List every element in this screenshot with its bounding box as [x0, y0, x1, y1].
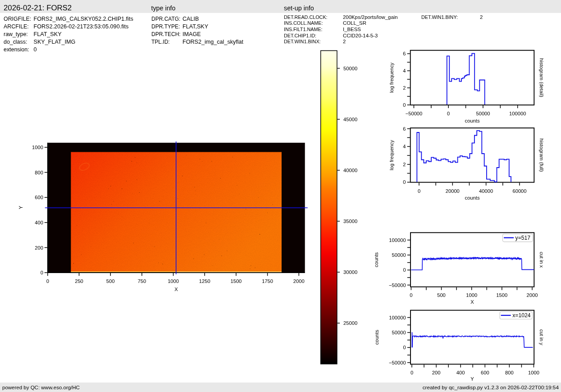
svg-text:FLAT_SKY: FLAT_SKY: [34, 31, 62, 37]
svg-text:CALIB: CALIB: [182, 16, 199, 22]
svg-text:DPR.TECH:: DPR.TECH:: [151, 31, 181, 37]
svg-text:y=517: y=517: [515, 235, 531, 241]
svg-text:INS.FILT1.NAME:: INS.FILT1.NAME:: [284, 27, 323, 32]
svg-text:1000: 1000: [168, 278, 179, 284]
svg-text:600: 600: [35, 195, 43, 200]
svg-text:DET.READ.CLOCK:: DET.READ.CLOCK:: [284, 14, 328, 20]
svg-text:50000: 50000: [476, 111, 490, 116]
svg-text:500: 500: [106, 278, 115, 284]
svg-text:50000: 50000: [343, 66, 357, 71]
svg-text:1500: 1500: [230, 278, 242, 284]
svg-text:750: 750: [138, 278, 146, 284]
svg-text:500: 500: [437, 292, 446, 298]
svg-text:COLL_SR: COLL_SR: [343, 20, 366, 26]
svg-text:DET.WIN1.BINX:: DET.WIN1.BINX:: [284, 39, 321, 44]
svg-text:4: 4: [403, 144, 406, 149]
svg-text:type info: type info: [151, 5, 176, 12]
svg-text:600: 600: [481, 370, 489, 375]
svg-text:200Kps/2ports/low_gain: 200Kps/2ports/low_gain: [343, 14, 398, 20]
svg-text:0: 0: [403, 345, 406, 350]
svg-text:1000: 1000: [528, 370, 539, 375]
svg-text:1000: 1000: [466, 292, 477, 298]
svg-text:TPL.ID:: TPL.ID:: [151, 39, 170, 45]
svg-text:created by qc_rawdisp.py v1.2.: created by qc_rawdisp.py v1.2.3 on 2026-…: [423, 384, 559, 391]
svg-text:20000: 20000: [446, 188, 460, 194]
svg-text:log frequency: log frequency: [389, 140, 395, 170]
svg-text:histogram (full): histogram (full): [539, 138, 544, 172]
svg-text:200: 200: [35, 245, 43, 251]
svg-text:counts: counts: [465, 195, 480, 201]
svg-text:set-up info: set-up info: [284, 5, 314, 12]
svg-text:100000: 100000: [389, 237, 406, 243]
svg-text:Y: Y: [18, 205, 23, 209]
svg-text:X: X: [174, 287, 178, 292]
svg-text:2000: 2000: [527, 292, 538, 298]
svg-text:I_BESS: I_BESS: [343, 27, 361, 32]
svg-text:raw_type:: raw_type:: [4, 31, 28, 37]
svg-text:DPR.CATG:: DPR.CATG:: [151, 16, 180, 22]
svg-text:DET.WIN1.BINY:: DET.WIN1.BINY:: [421, 14, 458, 20]
svg-text:CCID20-14-5-3: CCID20-14-5-3: [343, 33, 378, 38]
svg-text:40000: 40000: [343, 168, 357, 173]
svg-text:250: 250: [75, 278, 83, 284]
svg-text:FORS2_IMG_CALSKY052.2.CHIP1.fi: FORS2_IMG_CALSKY052.2.CHIP1.fits: [34, 16, 133, 22]
svg-text:400: 400: [35, 220, 43, 225]
svg-text:0: 0: [410, 370, 413, 375]
svg-text:−50000: −50000: [389, 283, 406, 288]
svg-text:800: 800: [35, 170, 43, 175]
svg-text:DET.CHIP1.ID:: DET.CHIP1.ID:: [284, 33, 316, 38]
svg-text:INS.COLL.NAME:: INS.COLL.NAME:: [284, 20, 323, 26]
svg-text:−50000: −50000: [406, 111, 423, 116]
svg-text:2000: 2000: [293, 278, 305, 284]
svg-text:100000: 100000: [389, 315, 406, 320]
svg-text:50000: 50000: [392, 330, 406, 335]
svg-text:2: 2: [403, 85, 406, 91]
svg-text:0: 0: [418, 188, 420, 194]
svg-text:1500: 1500: [496, 292, 507, 298]
svg-text:FORS2_img_cal_skyflat: FORS2_img_cal_skyflat: [182, 39, 244, 45]
svg-text:2: 2: [343, 39, 346, 44]
svg-text:1250: 1250: [199, 278, 210, 284]
svg-text:cut in x: cut in x: [539, 252, 544, 268]
svg-text:25000: 25000: [343, 320, 357, 326]
svg-text:40000: 40000: [479, 188, 493, 194]
svg-text:0: 0: [46, 278, 49, 284]
svg-text:2026-02-21: FORS2: 2026-02-21: FORS2: [4, 4, 72, 12]
svg-text:4: 4: [403, 68, 406, 73]
svg-text:0: 0: [403, 102, 406, 108]
svg-text:SKY_FLAT_IMG: SKY_FLAT_IMG: [34, 39, 76, 45]
svg-text:extension:: extension:: [4, 46, 29, 53]
svg-text:0: 0: [41, 270, 43, 275]
svg-text:50000: 50000: [392, 252, 406, 258]
svg-text:DPR.TYPE:: DPR.TYPE:: [151, 23, 180, 30]
svg-text:powered by QC: www.eso.org/HC: powered by QC: www.eso.org/HC: [2, 385, 80, 390]
svg-text:histogram (detail): histogram (detail): [539, 58, 544, 97]
svg-text:400: 400: [456, 370, 465, 375]
svg-text:200: 200: [432, 370, 441, 375]
svg-text:1750: 1750: [262, 278, 273, 284]
svg-text:1000: 1000: [32, 145, 43, 150]
svg-text:45000: 45000: [343, 117, 357, 122]
svg-text:cut in y: cut in y: [539, 329, 544, 346]
svg-text:counts: counts: [374, 330, 379, 345]
svg-text:Y: Y: [470, 376, 474, 382]
svg-text:6: 6: [403, 51, 406, 56]
svg-text:ARCFILE:: ARCFILE:: [4, 23, 29, 30]
svg-text:x=1024: x=1024: [512, 312, 531, 319]
svg-text:0: 0: [410, 292, 412, 298]
svg-text:ORIGFILE:: ORIGFILE:: [4, 16, 31, 22]
svg-text:−50000: −50000: [389, 360, 406, 365]
svg-text:0: 0: [403, 179, 406, 185]
svg-text:do_class:: do_class:: [4, 39, 27, 45]
svg-text:800: 800: [505, 370, 514, 375]
svg-text:2: 2: [480, 14, 483, 20]
svg-text:0: 0: [447, 111, 450, 116]
svg-text:0: 0: [403, 267, 406, 273]
svg-text:counts: counts: [374, 252, 379, 267]
svg-text:35000: 35000: [343, 219, 357, 224]
svg-text:6: 6: [403, 126, 406, 132]
svg-text:IMAGE: IMAGE: [182, 31, 201, 37]
svg-text:30000: 30000: [343, 269, 357, 275]
svg-text:100000: 100000: [509, 111, 526, 116]
svg-text:counts: counts: [465, 118, 480, 123]
